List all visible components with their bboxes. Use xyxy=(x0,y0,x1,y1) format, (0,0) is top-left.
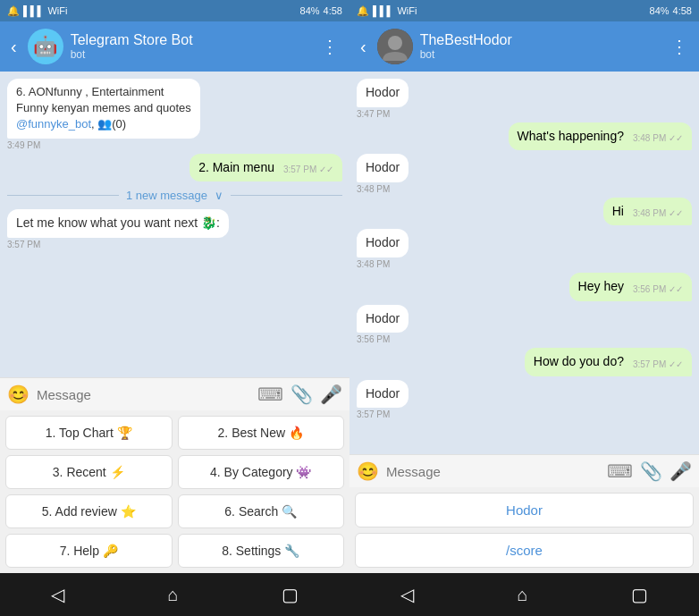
nav-back-left[interactable]: ◁ xyxy=(44,577,72,612)
bubble-incoming: Hodor xyxy=(357,305,408,333)
attach-icon-right[interactable]: 📎 xyxy=(640,460,662,482)
hodor-avatar xyxy=(377,29,413,64)
bottom-nav-left: ◁ ⌂ ▢ xyxy=(0,573,350,616)
more-button-right[interactable]: ⋮ xyxy=(667,32,692,61)
signal-bars: ▌▌▌ xyxy=(23,5,44,16)
left-chat-header: ‹ 🤖 Telegram Store Bot bot ⋮ xyxy=(0,21,350,72)
nav-square-right[interactable]: ▢ xyxy=(624,577,655,612)
wifi-icon: WiFi xyxy=(47,5,67,16)
time-right: 4:58 xyxy=(673,5,692,16)
back-button-left[interactable]: ‹ xyxy=(7,33,21,61)
bubble-content: Hi 3:48 PM ✓✓ xyxy=(612,203,683,221)
bubble-outgoing: Hi 3:48 PM ✓✓ xyxy=(603,198,692,226)
msg-time: 3:57 PM ✓✓ xyxy=(633,359,683,371)
left-panel: 🔔 ▌▌▌ WiFi 84% 4:58 ‹ 🤖 Telegram Store B… xyxy=(0,0,350,616)
msg-meta: 3:49 PM xyxy=(7,140,40,150)
bubble-outgoing: 2. Main menu 3:57 PM ✓✓ xyxy=(189,154,342,182)
message-row: Hey hey 3:56 PM ✓✓ xyxy=(357,273,692,301)
nav-home-left[interactable]: ⌂ xyxy=(160,578,185,612)
message-row: 6. AONfunny , EntertainmentFunny kenyan … xyxy=(7,79,342,150)
notification-icon: 🔔 xyxy=(7,5,20,17)
status-right: 84% 4:58 xyxy=(300,5,342,16)
banner-chevron: ∨ xyxy=(215,189,223,202)
msg-meta: 3:48 PM xyxy=(357,259,390,269)
status-bar-right: 🔔 ▌▌▌ WiFi 84% 4:58 xyxy=(350,0,699,21)
right-input-area: 😊 ⌨ 📎 🎤 xyxy=(350,454,699,487)
msg-time: 3:48 PM ✓✓ xyxy=(633,132,683,145)
msg-time: 3:48 PM ✓✓ xyxy=(633,207,683,220)
quick-reply-6[interactable]: 6. Search 🔍 xyxy=(178,494,345,528)
suggestion-hodor[interactable]: Hodor xyxy=(355,493,694,527)
keyboard-icon-left[interactable]: ⌨ xyxy=(257,384,283,405)
message-row: 2. Main menu 3:57 PM ✓✓ xyxy=(7,154,342,182)
message-row: Hodor 3:56 PM xyxy=(357,305,692,345)
bubble-incoming: Hodor xyxy=(357,79,408,107)
status-right-r: 84% 4:58 xyxy=(650,5,692,16)
suggestion-score[interactable]: /score xyxy=(355,533,694,568)
bubble-text: 2. Main menu xyxy=(198,159,274,177)
header-info-left: Telegram Store Bot bot xyxy=(71,32,310,61)
quick-reply-2[interactable]: 2. Best New 🔥 xyxy=(178,416,345,450)
bubble-content: What's happening? 3:48 PM ✓✓ xyxy=(518,128,683,146)
suggestion-buttons: Hodor /score xyxy=(350,487,699,573)
left-chat-area[interactable]: 6. AONfunny , EntertainmentFunny kenyan … xyxy=(0,72,350,377)
new-message-banner: 1 new message ∨ xyxy=(7,185,342,206)
right-panel: 🔔 ▌▌▌ WiFi 84% 4:58 ‹ TheBestHodor bot ⋮ xyxy=(350,0,699,616)
back-button-right[interactable]: ‹ xyxy=(357,33,370,61)
message-row: How do you do? 3:57 PM ✓✓ xyxy=(357,348,692,376)
right-chat-area[interactable]: Hodor 3:47 PM What's happening? 3:48 PM … xyxy=(350,72,699,454)
msg-meta: 3:47 PM xyxy=(357,109,390,119)
time-left: 4:58 xyxy=(324,5,342,16)
attach-icon-left[interactable]: 📎 xyxy=(291,384,313,405)
svg-point-1 xyxy=(388,36,402,50)
bubble-text: How do you do? xyxy=(534,353,624,371)
bubble-incoming: 6. AONfunny , EntertainmentFunny kenyan … xyxy=(7,79,200,139)
message-row: Hi 3:48 PM ✓✓ xyxy=(357,198,692,226)
keyboard-icon-right[interactable]: ⌨ xyxy=(607,460,633,482)
quick-reply-5[interactable]: 5. Add review ⭐ xyxy=(5,494,173,528)
message-row: Hodor 3:48 PM xyxy=(357,154,692,194)
status-left-r: 🔔 ▌▌▌ WiFi xyxy=(357,5,417,17)
quick-reply-8[interactable]: 8. Settings 🔧 xyxy=(178,534,345,568)
header-info-right: TheBestHodor bot xyxy=(420,32,660,61)
quick-reply-1[interactable]: 1. Top Chart 🏆 xyxy=(5,416,173,450)
bubble-incoming: Let me know what you want next 🐉: xyxy=(7,209,229,238)
message-row: Hodor 3:48 PM xyxy=(357,229,692,269)
msg-meta: 3:56 PM xyxy=(357,334,390,344)
left-input-area: 😊 ⌨ 📎 🎤 xyxy=(0,377,350,410)
message-input-right[interactable] xyxy=(386,464,600,479)
mic-icon-left[interactable]: 🎤 xyxy=(320,384,342,405)
nav-home-right[interactable]: ⌂ xyxy=(510,578,535,612)
bubble-text: What's happening? xyxy=(518,128,624,146)
message-row: Hodor 3:57 PM xyxy=(357,380,692,420)
quick-reply-7[interactable]: 7. Help 🔑 xyxy=(5,534,173,568)
battery-text-r: 84% xyxy=(650,5,670,16)
right-chat-name: TheBestHodor xyxy=(420,32,660,48)
emoji-icon-right[interactable]: 😊 xyxy=(357,460,379,482)
left-chat-sub: bot xyxy=(71,48,310,61)
bubble-text: Hi xyxy=(612,203,624,221)
msg-meta: 3:57 PM xyxy=(357,409,390,419)
bubble-content: 2. Main menu 3:57 PM ✓✓ xyxy=(198,159,333,177)
bubble-incoming: Hodor xyxy=(357,380,408,409)
bubble-text: Hey hey xyxy=(578,278,624,296)
msg-meta: 3:48 PM xyxy=(357,184,390,194)
banner-text: 1 new message xyxy=(126,189,207,202)
nav-square-left[interactable]: ▢ xyxy=(274,577,306,612)
emoji-icon-left[interactable]: 😊 xyxy=(7,384,29,405)
bubble-outgoing: What's happening? 3:48 PM ✓✓ xyxy=(509,122,692,151)
right-chat-sub: bot xyxy=(420,48,660,61)
nav-back-right[interactable]: ◁ xyxy=(393,577,421,612)
msg-time: 3:56 PM ✓✓ xyxy=(633,283,683,296)
mic-icon-right[interactable]: 🎤 xyxy=(670,460,692,482)
quick-reply-4[interactable]: 4. By Category 👾 xyxy=(178,455,345,489)
message-input-left[interactable] xyxy=(37,387,250,402)
quick-reply-3[interactable]: 3. Recent ⚡ xyxy=(5,455,173,489)
msg-time: 3:57 PM ✓✓ xyxy=(283,164,333,176)
msg-meta: 3:57 PM xyxy=(7,240,40,249)
status-bar-left: 🔔 ▌▌▌ WiFi 84% 4:58 xyxy=(0,0,350,21)
message-row: Let me know what you want next 🐉: 3:57 P… xyxy=(7,209,342,249)
more-button-left[interactable]: ⋮ xyxy=(317,32,342,61)
battery-text: 84% xyxy=(300,5,320,16)
message-row: Hodor 3:47 PM xyxy=(357,79,692,119)
